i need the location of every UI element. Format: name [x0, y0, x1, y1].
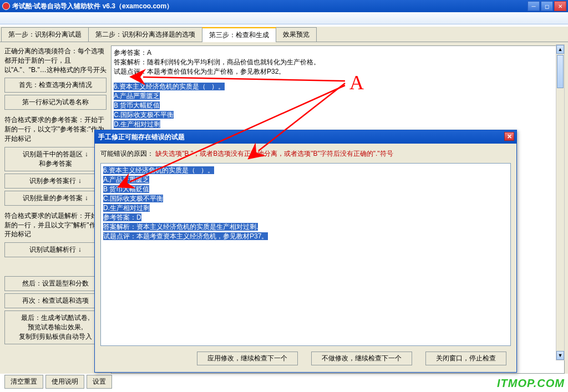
watermark: ITMOP.COM — [497, 377, 565, 390]
btn-generate[interactable]: 最后：生成考试酷试卷, 预览试卷输出效果, 复制到剪贴板供自动导入 — [4, 310, 106, 344]
sidebar-desc-3: 符合格式要求的试题解析：开始于新的一行，并且以文字"解析"作为开始标记 — [4, 211, 106, 239]
sidebar-desc-1: 正确分离的选项须符合：每个选项都开始于新的一行，且以"A."、"B."…这种格式… — [4, 47, 106, 74]
editor-line: 6.资本主义经济危机的实质是（ ）。 — [103, 166, 214, 174]
dialog-body: 可能错误的原因： 缺失选项"B."，或者B选项没有正确地分离，或者选项"B"字符… — [95, 144, 516, 371]
tab-step2[interactable]: 第二步：识别和分离选择题的选项 — [88, 27, 202, 42]
editor-line: B 货币大幅贬值 — [103, 185, 149, 193]
bottom-toolbar: 清空重置 使用说明 设置 — [4, 375, 112, 389]
dialog-reason: 可能错误的原因： 缺失选项"B."，或者B选项没有正确地分离，或者选项"B"字符… — [100, 149, 511, 159]
btn-first-line-title[interactable]: 第一行标记为试卷名称 — [4, 95, 106, 110]
scroll-up-arrow[interactable]: ▲ — [556, 45, 564, 54]
editor-line: 参考答案：D — [103, 213, 141, 221]
highlighted-text: 6.资本主义经济危机的实质是（ ）。 — [114, 83, 225, 90]
btn-instructions[interactable]: 使用说明 — [45, 375, 84, 389]
btn-close-stop[interactable]: 关闭窗口，停止检查 — [425, 352, 506, 365]
window-controls: ─ ◻ ✕ — [528, 1, 566, 11]
editor-line: 答案解析：资本主义经济危机的实质是生产相对过剩. — [103, 223, 258, 231]
highlighted-text: C.国际收支极不平衡 — [114, 111, 174, 119]
btn-clear-reset[interactable]: 清空重置 — [4, 375, 43, 389]
editor-line: 试题点评：本题考查资本主义经济危机，参见教材P37。 — [103, 232, 268, 240]
dialog-title-text: 手工修正可能存在错误的试题 — [98, 133, 185, 142]
btn-identify-batch-answers[interactable]: 识别批量的参考答案 ↓ — [4, 191, 106, 206]
tab-preview[interactable]: 效果预览 — [276, 27, 317, 42]
btn-check-options[interactable]: 首先：检查选项分离情况 — [4, 78, 106, 93]
minimize-button[interactable]: ─ — [528, 1, 540, 11]
editor-line: D.生产相对过剩 — [103, 204, 150, 212]
editor-line: A.产品严重匮乏 — [103, 176, 149, 184]
app-icon — [2, 2, 10, 10]
dialog-content-editor[interactable]: 6.资本主义经济危机的实质是（ ）。 A.产品严重匮乏 B 货币大幅贬值 C.国… — [100, 163, 511, 346]
dialog-titlebar: 手工修正可能存在错误的试题 ✕ — [95, 130, 516, 144]
scroll-down-arrow[interactable]: ▼ — [556, 351, 564, 360]
content-line: 参考答案：A — [114, 48, 562, 58]
btn-check-questions[interactable]: 再次：检查试题和选项 — [4, 293, 106, 308]
btn-identify-analysis[interactable]: 识别试题解析行 ↓ — [4, 242, 106, 257]
highlighted-text: D.生产相对过剩 — [114, 120, 160, 128]
tab-strip: 第一步：识别和分离试题 第二步：识别和分离选择题的选项 第三步：检查和生成 效果… — [0, 27, 568, 42]
dialog-button-row: 应用修改，继续检查下一个 不做修改，继续检查下一个 关闭窗口，停止检查 — [100, 352, 511, 365]
btn-identify-answer-area[interactable]: 识别题干中的答题区 ↓ 和参考答案 — [4, 147, 106, 171]
correction-dialog: 手工修正可能存在错误的试题 ✕ 可能错误的原因： 缺失选项"B."，或者B选项没… — [94, 130, 517, 373]
vertical-scrollbar[interactable]: ▲ ▼ — [556, 44, 565, 360]
reason-text: 缺失选项"B."，或者B选项没有正确地分离，或者选项"B"字符后没有正确的"."… — [155, 150, 393, 157]
btn-identify-answer-line[interactable]: 识别参考答案行 ↓ — [4, 174, 106, 189]
btn-settings[interactable]: 设置 — [87, 375, 112, 389]
reason-label: 可能错误的原因： — [100, 150, 154, 157]
btn-set-type-score[interactable]: 然后：设置题型和分数 — [4, 276, 106, 291]
btn-apply-next[interactable]: 应用修改，继续检查下一个 — [197, 352, 298, 365]
maximize-button[interactable]: ◻ — [541, 1, 553, 11]
btn-skip-next[interactable]: 不做修改，继续检查下一个 — [311, 352, 412, 365]
tab-step3[interactable]: 第三步：检查和生成 — [202, 27, 276, 42]
content-line: 答案解析：随着利润转化为平均利润，商品价值也就转化为生产价格。 — [114, 58, 562, 67]
content-line: 试题点评：本题考查价值转化为生产价格，参见教材P32。 — [114, 67, 562, 77]
menubar — [0, 12, 568, 24]
tab-step1[interactable]: 第一步：识别和分离试题 — [1, 27, 89, 42]
editor-line: C.国际收支极不平衡 — [103, 195, 163, 202]
window-title: 考试酷·试卷自动导入辅助软件 v6.3（examcoo.com） — [12, 2, 173, 11]
highlighted-text: B 货币大幅贬值 — [114, 101, 160, 109]
dialog-close-button[interactable]: ✕ — [504, 132, 514, 141]
sidebar-desc-2: 符合格式要求的参考答案：开始于新的一行，以文字"参考答案:"作为开始标记 — [4, 115, 106, 143]
window-titlebar: 考试酷·试卷自动导入辅助软件 v6.3（examcoo.com） ─ ◻ ✕ — [0, 0, 568, 12]
highlighted-text: A.产品严重匮乏 — [114, 92, 160, 100]
scroll-thumb[interactable] — [557, 55, 564, 88]
close-button[interactable]: ✕ — [554, 1, 566, 11]
